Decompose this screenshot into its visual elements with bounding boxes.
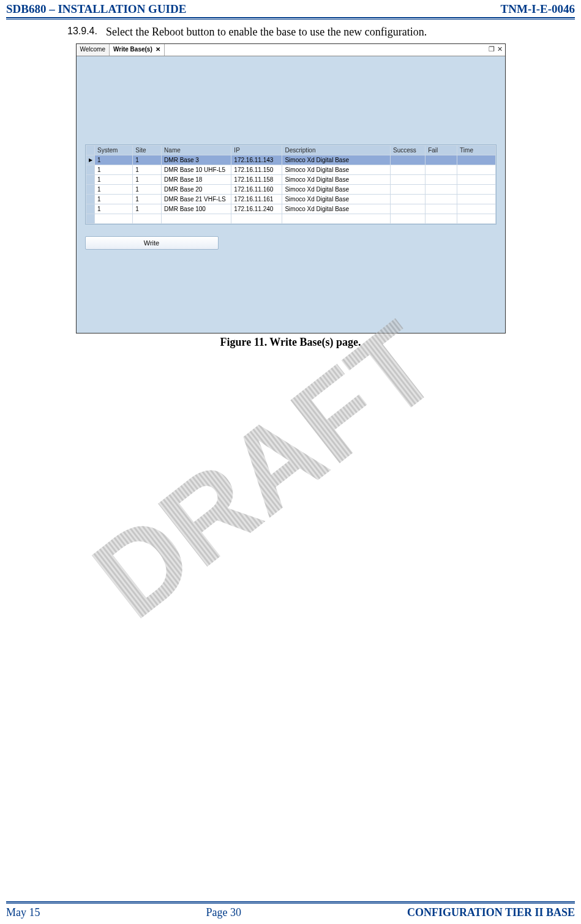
col-system[interactable]: System [95,146,133,155]
cell-succ [391,195,425,204]
cell-fail [425,165,457,175]
cell-name: DMR Base 10 UHF-L5 [162,165,231,175]
cell-time [457,175,495,185]
header-left: SDB680 – INSTALLATION GUIDE [6,2,186,16]
footer-page: Page 30 [206,906,242,919]
cell-name: DMR Base 20 [162,185,231,195]
cell-time [457,195,495,204]
header-right: TNM-I-E-0046 [501,2,575,16]
cell-sys: 1 [95,155,133,165]
tab-write-bases[interactable]: Write Base(s) ✕ [110,44,165,56]
col-success[interactable]: Success [391,146,425,155]
cell-time [457,155,495,165]
svg-text:DRAFT: DRAFT [70,297,460,642]
cell-desc: Simoco Xd Digital Base [282,195,391,204]
cell-succ [391,204,425,214]
cell-time [457,165,495,175]
cell-ip: 172.16.11.160 [231,185,282,195]
detach-icon[interactable]: ❐ [489,45,495,53]
figure-caption: Figure 11. Write Base(s) page. [6,336,575,349]
cell-desc: Simoco Xd Digital Base [282,155,391,165]
tab-welcome-label: Welcome [80,46,106,53]
cell-succ [391,165,425,175]
cell-name: DMR Base 18 [162,175,231,185]
table-row[interactable]: 11DMR Base 10 UHF-L5172.16.11.150Simoco … [86,165,495,175]
cell-desc: Simoco Xd Digital Base [282,204,391,214]
cell-site: 1 [133,175,162,185]
table-row[interactable]: 11DMR Base 20172.16.11.160Simoco Xd Digi… [86,185,495,195]
cell-name: DMR Base 21 VHF-LS [162,195,231,204]
cell-sys: 1 [95,185,133,195]
cell-site: 1 [133,195,162,204]
row-selector: ▶ [86,155,95,165]
cell-name: DMR Base 3 [162,155,231,165]
write-button[interactable]: Write [85,236,219,250]
cell-ip: 172.16.11.143 [231,155,282,165]
cell-sys: 1 [95,175,133,185]
cell-succ [391,185,425,195]
table-row-empty [86,214,495,224]
footer-rule [6,901,575,904]
row-selector [86,185,95,195]
cell-desc: Simoco Xd Digital Base [282,185,391,195]
write-button-label: Write [144,239,159,247]
col-fail[interactable]: Fail [425,146,457,155]
cell-fail [425,175,457,185]
cell-time [457,185,495,195]
table-row[interactable]: 11DMR Base 18172.16.11.158Simoco Xd Digi… [86,175,495,185]
col-ip[interactable]: IP [231,146,282,155]
tab-welcome[interactable]: Welcome [77,44,110,56]
footer-section: CONFIGURATION TIER II BASE [407,906,575,919]
tab-write-bases-label: Write Base(s) [113,46,152,53]
cell-site: 1 [133,165,162,175]
cell-ip: 172.16.11.158 [231,175,282,185]
row-selector [86,204,95,214]
cell-fail [425,185,457,195]
cell-site: 1 [133,155,162,165]
col-name[interactable]: Name [162,146,231,155]
row-selector [86,165,95,175]
instruction-step: 13.9.4. Select the Reboot button to enab… [67,26,575,39]
table-row[interactable]: 11DMR Base 100172.16.11.240Simoco Xd Dig… [86,204,495,214]
cell-fail [425,204,457,214]
cell-succ [391,155,425,165]
cell-desc: Simoco Xd Digital Base [282,165,391,175]
page-header: SDB680 – INSTALLATION GUIDE TNM-I-E-0046 [6,0,575,17]
col-time[interactable]: Time [457,146,495,155]
cell-ip: 172.16.11.240 [231,204,282,214]
col-description[interactable]: Description [282,146,391,155]
row-selector-header [86,146,95,155]
cell-sys: 1 [95,204,133,214]
table-header-row: System Site Name IP Description Success … [86,146,495,155]
table-row[interactable]: 11DMR Base 21 VHF-LS172.16.11.161Simoco … [86,195,495,204]
row-selector [86,175,95,185]
cell-ip: 172.16.11.161 [231,195,282,204]
table-row[interactable]: ▶11DMR Base 3172.16.11.143Simoco Xd Digi… [86,155,495,165]
screenshot-panel: Welcome Write Base(s) ✕ ❐ ✕ System Site … [76,43,506,333]
page-footer: May 15 Page 30 CONFIGURATION TIER II BAS… [6,901,575,919]
cell-fail [425,195,457,204]
cell-ip: 172.16.11.150 [231,165,282,175]
cell-desc: Simoco Xd Digital Base [282,175,391,185]
footer-date: May 15 [6,906,40,919]
col-site[interactable]: Site [133,146,162,155]
step-text: Select the Reboot button to enable the b… [106,26,427,39]
cell-name: DMR Base 100 [162,204,231,214]
row-selector [86,195,95,204]
cell-sys: 1 [95,195,133,204]
cell-time [457,204,495,214]
cell-site: 1 [133,204,162,214]
cell-succ [391,175,425,185]
cell-sys: 1 [95,165,133,175]
tab-bar: Welcome Write Base(s) ✕ ❐ ✕ [77,44,505,56]
header-rule [6,17,575,20]
step-number: 13.9.4. [67,26,97,39]
close-all-icon[interactable]: ✕ [497,45,503,53]
close-icon[interactable]: ✕ [156,46,160,53]
cell-site: 1 [133,185,162,195]
bases-table: System Site Name IP Description Success … [85,144,497,225]
cell-fail [425,155,457,165]
